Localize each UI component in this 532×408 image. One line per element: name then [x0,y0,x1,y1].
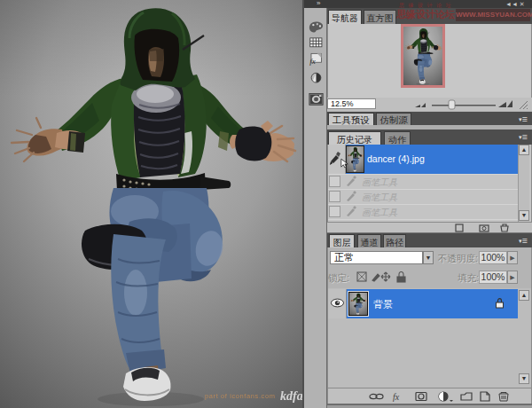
svg-text:fx: fx [393,392,400,402]
svg-text:kdfa: kdfa [280,389,303,403]
svg-text:fx: fx [309,57,316,66]
svg-text:part of iconfans.com: part of iconfans.com [205,392,276,400]
